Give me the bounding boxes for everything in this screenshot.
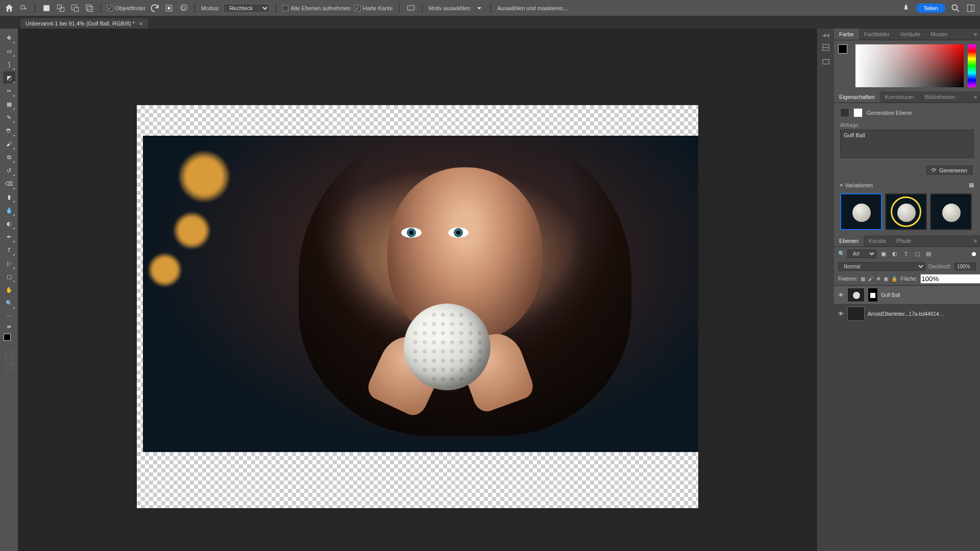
panel-color-swatches[interactable]: [838, 44, 851, 58]
new-selection-icon[interactable]: [41, 3, 52, 13]
blend-mode-select[interactable]: Normal: [838, 262, 925, 271]
eraser-tool[interactable]: ⌫: [3, 178, 15, 190]
clone-stamp-tool[interactable]: ⧉: [3, 151, 15, 163]
tab-pfade[interactable]: Pfade: [891, 235, 916, 246]
visibility-eye-icon[interactable]: 👁: [837, 310, 844, 317]
zoom-tool[interactable]: 🔍: [3, 297, 15, 309]
marquee-tool[interactable]: ▭: [3, 45, 15, 57]
refresh-icon[interactable]: [150, 3, 160, 13]
lock-image-icon[interactable]: 🖌: [868, 276, 873, 283]
pen-tool[interactable]: ✒: [3, 231, 15, 243]
blur-tool[interactable]: 💧: [3, 204, 15, 216]
alle-ebenen-checkbox[interactable]: Alle Ebenen aufnehmen: [282, 5, 350, 11]
history-brush-tool[interactable]: ↺: [3, 164, 15, 177]
screenmode-icon[interactable]: [5, 363, 13, 371]
settings-gear-icon[interactable]: [178, 3, 188, 13]
filter-pixel-icon[interactable]: ▣: [879, 250, 888, 258]
tab-eigenschaften[interactable]: Eigenschaften: [834, 91, 880, 103]
filter-shape-icon[interactable]: ▢: [913, 250, 921, 258]
lock-nest-icon[interactable]: ▣: [884, 276, 888, 283]
prompt-input[interactable]: [840, 130, 974, 158]
layer-filter-search[interactable]: 🔍 Art: [838, 249, 876, 258]
feedback-icon[interactable]: [406, 3, 416, 13]
generative-layer-reset-icon[interactable]: [840, 108, 849, 117]
intersect-selection-icon[interactable]: [84, 3, 94, 13]
filter-smart-icon[interactable]: ▤: [924, 250, 933, 258]
maskieren-button[interactable]: Auswählen und maskieren...: [497, 5, 568, 11]
filter-toggle[interactable]: [972, 252, 976, 256]
move-tool[interactable]: ✥: [3, 32, 15, 44]
search-icon[interactable]: [950, 3, 961, 13]
layer-name[interactable]: ArnoldOberleiter...17a-bd44914519a3: [868, 311, 944, 317]
variations-chevron-icon[interactable]: ▾: [840, 183, 843, 188]
lock-all-icon[interactable]: 🔒: [891, 276, 897, 283]
strip-icon-2[interactable]: [821, 57, 830, 66]
visibility-eye-icon[interactable]: 👁: [837, 291, 844, 298]
healing-brush-tool[interactable]: ⛑: [3, 124, 15, 137]
quickmask-icon[interactable]: [5, 350, 13, 358]
edit-toolbar-icon[interactable]: ⋯: [3, 310, 15, 322]
layer-name[interactable]: Golf Ball: [881, 292, 900, 298]
tab-korrekturen[interactable]: Korrekturen: [880, 91, 919, 103]
filter-adjust-icon[interactable]: ◐: [891, 250, 899, 258]
modus-select[interactable]: Rechteck: [224, 4, 270, 13]
motiv-button[interactable]: Motiv auswählen: [429, 5, 471, 11]
tab-farbe[interactable]: Farbe: [834, 29, 859, 40]
tab-farbfelder[interactable]: Farbfelder: [859, 29, 895, 40]
brush-tool[interactable]: 🖌: [3, 138, 15, 150]
tab-bibliotheken[interactable]: Bibliotheken: [919, 91, 960, 103]
document-tab[interactable]: Unbenannt-1 bei 91,4% (Golf Ball, RGB/8)…: [20, 18, 148, 29]
color-swatches[interactable]: [4, 334, 15, 345]
layer-row[interactable]: 👁 ArnoldOberleiter...17a-bd44914519a3: [834, 305, 980, 323]
filter-type-icon[interactable]: T: [902, 250, 910, 258]
layer-filter-kind[interactable]: Art: [847, 249, 876, 258]
tab-ebenen[interactable]: Ebenen: [834, 235, 864, 246]
tab-verlaufe[interactable]: Verläufe: [895, 29, 925, 40]
expand-strip-icon[interactable]: ◀◀: [817, 33, 834, 38]
eyedropper-tool[interactable]: ✎: [3, 111, 15, 123]
variation-thumb-3[interactable]: [930, 193, 972, 230]
object-selection-tool[interactable]: ◩: [3, 71, 15, 84]
subtract-selection-icon[interactable]: [70, 3, 80, 13]
harte-kante-checkbox[interactable]: Harte Kante: [355, 5, 393, 11]
tab-muster[interactable]: Muster: [925, 29, 953, 40]
workspace-icon[interactable]: [966, 3, 976, 13]
variation-thumb-2[interactable]: [885, 193, 927, 230]
layer-thumbnail[interactable]: [847, 307, 865, 321]
layers-panel-menu-icon[interactable]: ≡: [971, 235, 980, 246]
hue-slider[interactable]: [968, 44, 976, 87]
canvas[interactable]: [137, 105, 698, 508]
tab-kanale[interactable]: Kanäle: [864, 235, 891, 246]
color-picker-field[interactable]: [855, 44, 964, 87]
layer-thumbnail[interactable]: [847, 288, 865, 302]
opacity-input[interactable]: [954, 263, 976, 270]
objektfinder-checkbox[interactable]: Objektfinder: [107, 5, 145, 11]
tool-preset-dropdown[interactable]: [18, 3, 29, 13]
path-selection-tool[interactable]: ▷: [3, 257, 15, 269]
swap-colors-icon[interactable]: ⇄: [3, 323, 15, 330]
gradient-tool[interactable]: ▮: [3, 191, 15, 203]
layer-mask-thumbnail[interactable]: [868, 288, 878, 302]
color-panel-menu-icon[interactable]: ≡: [971, 29, 980, 40]
shape-tool[interactable]: ▢: [3, 270, 15, 283]
properties-panel-menu-icon[interactable]: ≡: [971, 91, 980, 103]
lock-transparent-icon[interactable]: ▦: [861, 276, 865, 283]
strip-icon-1[interactable]: [821, 43, 830, 52]
add-selection-icon[interactable]: [56, 3, 66, 13]
crop-tool[interactable]: ✂: [3, 85, 15, 97]
hand-tool[interactable]: ✋: [3, 284, 15, 296]
fill-input[interactable]: [920, 274, 980, 284]
generate-button[interactable]: ⟳ Generieren: [925, 164, 974, 176]
pin-icon[interactable]: [901, 3, 911, 13]
motiv-dropdown-icon[interactable]: [474, 3, 484, 13]
home-icon[interactable]: [4, 3, 14, 13]
lock-position-icon[interactable]: ✥: [876, 276, 880, 283]
lasso-tool[interactable]: ⟆: [3, 58, 15, 70]
type-tool[interactable]: T: [3, 244, 15, 256]
layer-row[interactable]: 👁 Golf Ball: [834, 286, 980, 305]
overlay-icon[interactable]: [164, 3, 174, 13]
frame-tool[interactable]: ▦: [3, 98, 15, 110]
share-button[interactable]: Teilen: [916, 4, 945, 13]
close-tab-icon[interactable]: ✕: [139, 21, 143, 27]
variation-thumb-1[interactable]: [840, 193, 882, 230]
